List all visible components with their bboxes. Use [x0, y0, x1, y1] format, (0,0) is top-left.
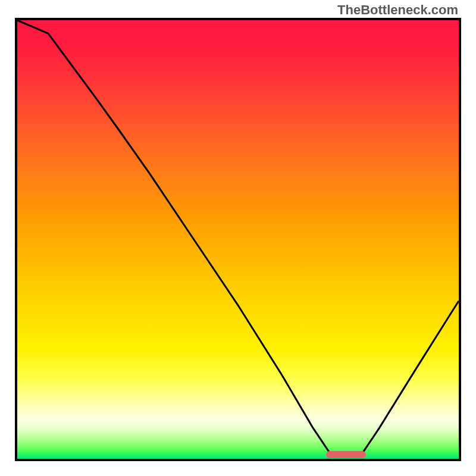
curve-path: [17, 20, 459, 455]
optimal-range-marker: [326, 451, 366, 458]
watermark-text: TheBottleneck.com: [337, 2, 458, 18]
bottleneck-curve: [17, 20, 459, 459]
plot-area: [15, 18, 461, 461]
